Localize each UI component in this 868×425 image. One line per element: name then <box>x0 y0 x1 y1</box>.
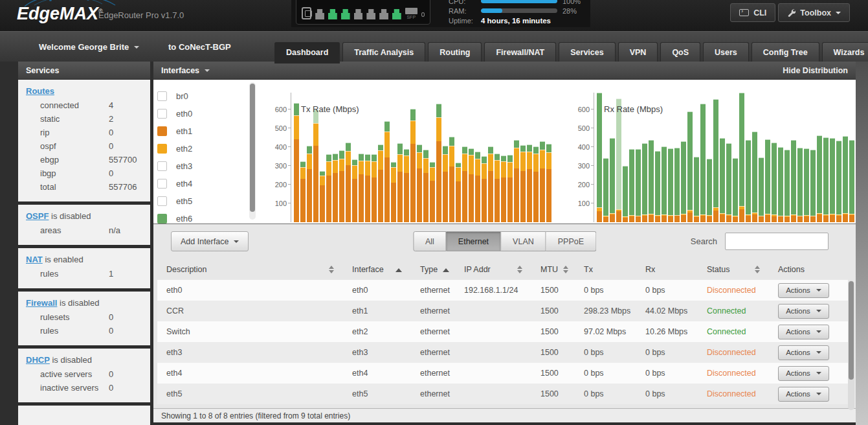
unchecked-checkbox[interactable] <box>157 91 167 101</box>
bar-segment-eth1 <box>687 212 693 222</box>
cell-mtu: 1500 <box>531 306 575 316</box>
cell-rx: 0 bps <box>636 389 698 398</box>
sidebar-link-ospf[interactable]: OSPF <box>26 211 49 221</box>
sort-ascending-icon[interactable] <box>395 265 402 272</box>
stacked-bar <box>514 140 519 222</box>
checked-checkbox[interactable] <box>157 214 167 224</box>
search-input[interactable] <box>725 233 829 250</box>
legend-item-eth4[interactable]: eth4 <box>157 175 248 192</box>
filter-button-pppoe[interactable]: PPPoE <box>546 231 596 251</box>
sidebar-link-routes[interactable]: Routes <box>26 86 54 96</box>
sort-icon[interactable] <box>563 266 568 273</box>
stat-label: ibgp <box>40 168 109 178</box>
bar-segment-eth1 <box>636 216 641 222</box>
bar-segment-eth2 <box>507 162 513 178</box>
tab-qos[interactable]: QoS <box>660 42 700 62</box>
sidebar-stat-row: connected4 <box>26 98 142 112</box>
bar-segment-eth1 <box>346 165 351 222</box>
hide-distribution-link[interactable]: Hide Distribution <box>783 66 848 75</box>
bar-segment-eth6 <box>616 98 621 209</box>
sidebar-link-dhcp[interactable]: DHCP <box>26 355 50 365</box>
y-axis-tick-label: 600 <box>568 106 590 113</box>
column-header-ip-addr[interactable]: IP Addr <box>455 265 531 274</box>
bar-segment-eth1 <box>739 209 744 222</box>
checked-checkbox[interactable] <box>157 144 167 154</box>
legend-item-eth0[interactable]: eth0 <box>157 105 248 122</box>
bar-segment-eth6 <box>662 146 667 214</box>
table-scrollbar[interactable] <box>848 281 854 410</box>
services-sidebar: Services Routesconnected4static2rip0ospf… <box>18 62 150 425</box>
legend-item-eth3[interactable]: eth3 <box>157 157 248 175</box>
bar-segment-eth1 <box>759 216 764 222</box>
bar-segment-eth6 <box>339 150 344 159</box>
column-label: Interface <box>352 265 384 274</box>
chevron-down-icon <box>205 69 210 75</box>
legend-item-eth2[interactable]: eth2 <box>157 140 248 157</box>
filter-button-ethernet[interactable]: Ethernet <box>447 231 501 251</box>
sidebar-section-nat: NAT is enabledrules1 <box>18 248 150 288</box>
legend-item-eth5[interactable]: eth5 <box>157 192 248 210</box>
legend-scrollbar[interactable] <box>249 82 256 220</box>
cli-button[interactable]: CLI <box>730 3 775 22</box>
bar-segment-eth1 <box>616 211 621 222</box>
tab-routing[interactable]: Routing <box>428 42 482 62</box>
bar-segment-eth6 <box>681 141 686 214</box>
unchecked-checkbox[interactable] <box>157 196 167 206</box>
sidebar-link-nat[interactable]: NAT <box>26 255 43 264</box>
bar-segment-eth6 <box>307 146 312 154</box>
bar-segment-eth1 <box>785 217 790 222</box>
console-port-icon <box>302 7 311 19</box>
legend-item-eth1[interactable]: eth1 <box>157 122 248 140</box>
bar-segment-eth2 <box>475 159 480 176</box>
row-actions-button[interactable]: Actions <box>778 387 829 402</box>
tab-dashboard[interactable]: Dashboard <box>274 42 340 63</box>
unchecked-checkbox[interactable] <box>157 109 167 119</box>
checked-checkbox[interactable] <box>157 126 167 136</box>
tab-firewall-nat[interactable]: Firewall/NAT <box>484 42 556 62</box>
bar-segment-eth6 <box>772 143 777 215</box>
column-header-status[interactable]: Status <box>698 265 769 274</box>
bar-segment-eth2 <box>352 165 357 179</box>
tab-vpn[interactable]: VPN <box>618 42 658 62</box>
stat-value: 0 <box>109 326 113 336</box>
stacked-bar <box>527 144 532 222</box>
bar-segment-eth6 <box>359 154 364 161</box>
sidebar-stat-row: areasn/a <box>26 224 142 237</box>
bar-segment-eth2 <box>391 167 396 182</box>
filter-button-vlan[interactable]: VLAN <box>501 231 546 251</box>
sort-icon[interactable] <box>329 266 334 273</box>
tab-config-tree[interactable]: Config Tree <box>751 42 819 62</box>
bar-segment-eth2 <box>326 161 331 176</box>
unchecked-checkbox[interactable] <box>157 161 167 171</box>
cell-tx: 0 bps <box>575 369 636 378</box>
sort-ascending-icon[interactable] <box>443 265 449 272</box>
cell-rx: 0 bps <box>636 369 698 378</box>
row-actions-button[interactable]: Actions <box>778 366 829 381</box>
row-actions-button[interactable]: Actions <box>778 283 829 298</box>
tab-wizards[interactable]: Wizards <box>822 42 868 62</box>
row-actions-button[interactable]: Actions <box>778 325 829 339</box>
toolbox-button[interactable]: Toolbox <box>778 3 850 22</box>
tab-users[interactable]: Users <box>703 42 749 62</box>
sidebar-link-firewall[interactable]: Firewall <box>26 298 57 308</box>
bar-segment-eth1 <box>804 216 809 222</box>
legend-item-br0[interactable]: br0 <box>157 87 248 105</box>
tab-traffic-analysis[interactable]: Traffic Analysis <box>342 42 425 62</box>
column-header-interface[interactable]: Interface <box>343 265 411 274</box>
sort-icon[interactable] <box>755 266 760 273</box>
user-menu[interactable]: Welcome George Brite <box>39 42 139 52</box>
interface-name: eth6 <box>176 214 192 224</box>
filter-button-all[interactable]: All <box>413 231 447 251</box>
column-header-mtu[interactable]: MTU <box>531 265 575 274</box>
tab-services[interactable]: Services <box>559 42 615 62</box>
row-actions-button[interactable]: Actions <box>778 304 829 319</box>
add-interface-button[interactable]: Add Interface <box>171 231 249 251</box>
column-header-type[interactable]: Type <box>411 265 455 274</box>
unchecked-checkbox[interactable] <box>157 179 167 189</box>
row-actions-button[interactable]: Actions <box>778 345 829 360</box>
sort-icon[interactable] <box>517 266 522 273</box>
stacked-bar <box>326 154 331 222</box>
y-axis-tick-label: 100 <box>265 200 287 207</box>
column-header-description[interactable]: Description <box>157 265 343 274</box>
interfaces-dropdown[interactable]: Interfaces <box>161 66 210 75</box>
